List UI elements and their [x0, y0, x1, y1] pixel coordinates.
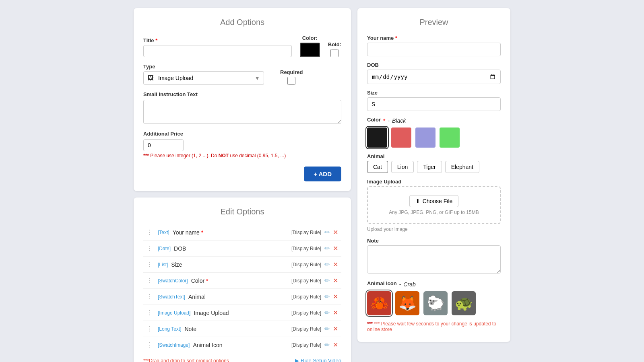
size-select[interactable]: S M L XL	[367, 97, 501, 111]
drag-handle[interactable]: ⋮	[147, 309, 153, 317]
option-name: DOB	[174, 245, 288, 252]
small-instruction-textarea[interactable]	[143, 100, 341, 124]
required-group: Required	[280, 69, 303, 85]
additional-price-label: Additional Price	[143, 131, 341, 137]
table-row: ⋮ [Date] DOB [Display Rule] ✏ ✕	[143, 241, 341, 257]
preview-title: Preview	[367, 18, 501, 27]
drag-handle[interactable]: ⋮	[147, 245, 153, 252]
color-selected-value: Black	[392, 117, 406, 124]
animal-label: Animal	[367, 153, 501, 159]
edit-option-btn[interactable]: ✏	[324, 341, 330, 349]
option-type-badge: [Text]	[158, 230, 169, 235]
edit-option-btn[interactable]: ✏	[324, 277, 330, 284]
color-swatch-red[interactable]	[391, 128, 411, 148]
animal-icon-value: Crab	[403, 281, 415, 288]
image-upload-label: Image Upload	[367, 179, 501, 185]
delete-option-btn[interactable]: ✕	[333, 228, 338, 236]
option-type-badge: [Long Text]	[158, 326, 182, 332]
animal-elephant-btn[interactable]: Elephant	[445, 161, 479, 173]
choose-file-btn[interactable]: ⬆ Choose File	[409, 195, 459, 207]
your-name-input[interactable]	[367, 43, 501, 56]
animal-tiger-btn[interactable]: Tiger	[417, 161, 442, 173]
color-swatch-input[interactable]	[300, 43, 320, 57]
delete-option-btn[interactable]: ✕	[333, 341, 338, 349]
footer-note: ***Drag and drop to sort product options	[143, 358, 229, 362]
animal-icon-fox[interactable]: 🦊	[395, 291, 419, 315]
your-name-star: *	[395, 35, 397, 41]
title-required-star: *	[155, 37, 157, 43]
required-checkbox[interactable]	[287, 77, 295, 85]
display-rule-btn[interactable]: [Display Rule]	[291, 262, 321, 267]
dob-input[interactable]	[367, 70, 501, 84]
animal-cat-btn[interactable]: Cat	[367, 161, 388, 173]
video-icon: ▶	[295, 358, 299, 362]
table-row: ⋮ [Text] Your name * [Display Rule] ✏ ✕	[143, 224, 341, 241]
delete-option-btn[interactable]: ✕	[333, 261, 338, 268]
drag-handle[interactable]: ⋮	[147, 293, 153, 300]
color-swatch-purple[interactable]	[415, 128, 436, 148]
small-instruction-label: Small Instruction Text	[143, 91, 341, 97]
edit-option-btn[interactable]: ✏	[324, 293, 330, 300]
additional-price-group: Additional Price *** Please use integer …	[143, 131, 341, 158]
edit-option-btn[interactable]: ✏	[324, 228, 330, 236]
edit-option-btn[interactable]: ✏	[324, 309, 330, 317]
drag-handle[interactable]: ⋮	[147, 228, 153, 236]
display-rule-btn[interactable]: [Display Rule]	[291, 246, 321, 251]
title-label: Title *	[143, 37, 292, 43]
color-swatch-green[interactable]	[440, 128, 460, 148]
color-label-row: Color * - Black	[367, 117, 501, 124]
display-rule-btn[interactable]: [Display Rule]	[291, 230, 321, 235]
animal-icon-crab[interactable]: 🦀	[367, 291, 391, 315]
add-options-title: Add Options	[143, 18, 341, 27]
display-rule-btn[interactable]: [Display Rule]	[291, 278, 321, 284]
animal-lion-btn[interactable]: Lion	[391, 161, 414, 173]
option-name: Animal Icon	[193, 342, 288, 348]
type-group: Type 🖼 Image Upload Text Date List Swatc…	[143, 64, 264, 85]
delete-option-btn[interactable]: ✕	[333, 325, 338, 333]
drag-handle[interactable]: ⋮	[147, 325, 153, 333]
add-button[interactable]: + ADD	[304, 167, 341, 181]
delete-option-btn[interactable]: ✕	[333, 309, 338, 317]
title-input[interactable]	[143, 45, 292, 57]
display-rule-btn[interactable]: [Display Rule]	[291, 326, 321, 332]
delete-option-btn[interactable]: ✕	[333, 277, 338, 284]
note-label: Note	[367, 238, 501, 244]
option-name: Color *	[191, 278, 288, 284]
rule-video-link[interactable]: ▶ Rule Setup Video	[295, 358, 341, 362]
option-type-badge: [Image Upload]	[158, 310, 190, 316]
preview-panel: Preview Your name * DOB Size S M L XL Co…	[357, 8, 510, 342]
delete-option-btn[interactable]: ✕	[333, 293, 338, 300]
bold-checkbox[interactable]	[330, 49, 339, 57]
bold-label: Bold:	[328, 41, 341, 47]
price-input[interactable]	[143, 139, 184, 151]
edit-option-btn[interactable]: ✏	[324, 325, 330, 333]
note-textarea[interactable]	[367, 245, 501, 274]
option-type-badge: [SwatchImage]	[158, 342, 190, 348]
upload-zone: ⬆ Choose File Any JPG, JPEG, PNG, or GIF…	[367, 186, 501, 224]
type-select[interactable]: Image Upload Text Date List SwatchColor …	[143, 71, 264, 85]
animal-icon-turtle[interactable]: 🐢	[452, 291, 476, 315]
table-row: ⋮ [Long Text] Note [Display Rule] ✏ ✕	[143, 321, 341, 337]
drag-handle[interactable]: ⋮	[147, 341, 153, 349]
preview-footer: *** *** Please wait few seconds to your …	[367, 321, 501, 332]
drag-handle[interactable]: ⋮	[147, 261, 153, 268]
option-name: Your name *	[173, 229, 288, 236]
add-btn-row: + ADD	[143, 167, 341, 181]
upload-hint: Any JPG, JPEG, PNG, or GIF up to 15MB	[376, 210, 492, 215]
drag-handle[interactable]: ⋮	[147, 277, 153, 284]
animal-icon-sheep[interactable]: 🐑	[423, 291, 448, 315]
preview-footer-text: *** Please wait few seconds to your chan…	[367, 321, 496, 332]
table-row: ⋮ [SwatchImage] Animal Icon [Display Rul…	[143, 337, 341, 353]
color-swatch-black[interactable]	[367, 128, 387, 148]
display-rule-btn[interactable]: [Display Rule]	[291, 342, 321, 348]
table-row: ⋮ [List] Size [Display Rule] ✏ ✕	[143, 257, 341, 273]
edit-option-btn[interactable]: ✏	[324, 261, 330, 268]
your-name-label: Your name *	[367, 35, 501, 41]
rule-video-label: Rule Setup Video	[301, 358, 341, 362]
delete-option-btn[interactable]: ✕	[333, 245, 338, 252]
edit-option-btn[interactable]: ✏	[324, 245, 330, 252]
display-rule-btn[interactable]: [Display Rule]	[291, 294, 321, 300]
option-type-badge: [SwatchColor]	[158, 278, 188, 284]
display-rule-btn[interactable]: [Display Rule]	[291, 310, 321, 316]
small-instruction-group: Small Instruction Text	[143, 91, 341, 125]
